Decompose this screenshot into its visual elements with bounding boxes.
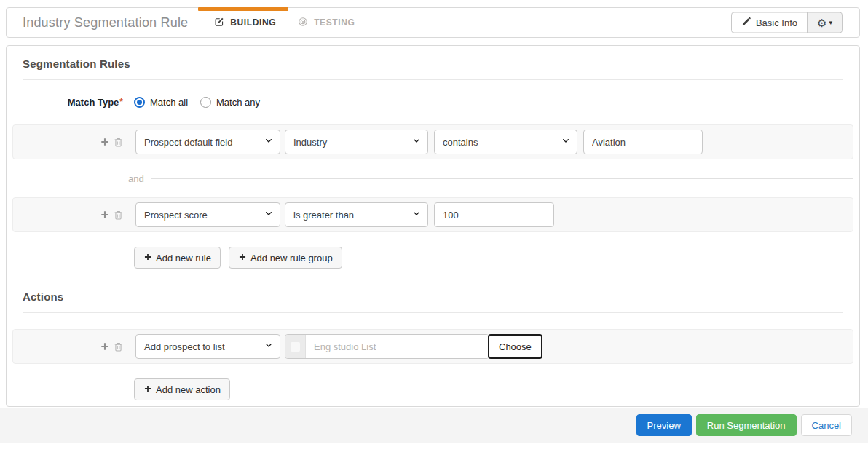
add-row-icon[interactable] <box>100 341 110 352</box>
footer-action-bar: Preview Run Segmentation Cancel <box>0 408 868 443</box>
actions-heading: Actions <box>23 290 843 313</box>
rule2-field-type-value: Prospect score <box>144 210 208 221</box>
add-row-icon[interactable] <box>100 210 110 220</box>
list-addon-icon <box>291 342 300 352</box>
radio-selected-icon[interactable] <box>134 97 145 108</box>
rule-row-2: Prospect score is greater than <box>12 197 853 232</box>
rule2-field-type-select[interactable]: Prospect score <box>135 202 280 227</box>
choose-list-button[interactable]: Choose <box>488 334 542 359</box>
gear-icon: ⚙ <box>817 17 826 28</box>
add-new-action-label: Add new action <box>156 384 221 395</box>
tab-bar: BUILDING TESTING <box>214 8 355 37</box>
connector-divider <box>151 178 853 179</box>
match-type-options: Match all Match any <box>134 97 260 108</box>
radio-unselected-icon[interactable] <box>200 97 211 108</box>
rule-builder-card: Segmentation Rules Match Type* Match all… <box>6 45 860 407</box>
add-row-icon[interactable] <box>100 137 110 147</box>
basic-info-label: Basic Info <box>756 17 797 28</box>
match-all-radio[interactable]: Match all <box>134 97 188 108</box>
settings-dropdown-button[interactable]: ⚙ ▾ <box>807 12 843 33</box>
required-asterisk: * <box>119 97 123 107</box>
rule1-field-type-value: Prospect default field <box>144 137 232 148</box>
rule2-operator-value: is greater than <box>293 210 354 221</box>
list-addon <box>285 335 306 358</box>
add-action-button-row: Add new action <box>134 378 859 400</box>
pencil-icon <box>741 17 751 28</box>
tab-building[interactable]: BUILDING <box>214 8 276 37</box>
action-row-1: Add prospect to list Choose <box>12 329 853 364</box>
chevron-down-icon <box>412 210 421 221</box>
basic-info-button[interactable]: Basic Info <box>731 12 808 33</box>
tab-building-label: BUILDING <box>230 17 276 28</box>
rule1-field-type-select[interactable]: Prospect default field <box>135 130 280 154</box>
trash-icon[interactable] <box>113 137 124 148</box>
add-new-action-button[interactable]: Add new action <box>134 378 230 400</box>
trash-icon[interactable] <box>113 341 124 352</box>
header-button-group: Basic Info ⚙ ▾ <box>731 12 843 33</box>
edit-square-icon <box>214 17 224 29</box>
rule2-value-input[interactable] <box>434 202 554 227</box>
cancel-button[interactable]: Cancel <box>801 414 852 436</box>
preview-button[interactable]: Preview <box>636 414 692 436</box>
rule-connector: and <box>12 159 853 197</box>
plus-icon <box>238 253 247 263</box>
match-type-label: Match Type* <box>7 97 123 108</box>
rule1-operator-value: contains <box>443 137 478 148</box>
rule1-field-select[interactable]: Industry <box>285 130 428 154</box>
list-picker-group <box>285 334 489 359</box>
action1-type-select[interactable]: Add prospect to list <box>135 334 280 359</box>
add-new-rule-button[interactable]: Add new rule <box>134 247 221 269</box>
chevron-down-icon <box>264 137 273 148</box>
page-title: Industry Segmentation Rule <box>23 15 188 31</box>
list-name-input[interactable] <box>306 335 489 358</box>
add-new-rule-group-button[interactable]: Add new rule group <box>229 247 342 269</box>
header-card: Industry Segmentation Rule BUILDING <box>6 7 860 38</box>
chevron-down-icon <box>264 341 273 352</box>
action-row-controls <box>100 341 124 352</box>
action1-type-value: Add prospect to list <box>144 341 225 352</box>
rule1-value-input[interactable] <box>583 130 703 154</box>
plus-icon <box>143 253 152 263</box>
add-rule-button-row: Add new rule Add new rule group <box>134 247 859 269</box>
trash-icon[interactable] <box>113 210 124 221</box>
chevron-down-icon <box>264 210 273 221</box>
rule-row-1: Prospect default field Industry contains <box>12 124 853 159</box>
rule-row-controls <box>100 210 124 221</box>
add-new-rule-label: Add new rule <box>156 253 211 263</box>
rule-row-controls <box>100 137 124 148</box>
page: Industry Segmentation Rule BUILDING <box>0 0 868 452</box>
tab-testing[interactable]: TESTING <box>298 8 355 37</box>
plus-icon <box>143 384 152 395</box>
match-any-radio[interactable]: Match any <box>200 97 260 108</box>
run-segmentation-button[interactable]: Run Segmentation <box>696 414 797 436</box>
segmentation-rules-heading: Segmentation Rules <box>23 58 843 80</box>
match-all-label: Match all <box>150 97 188 108</box>
match-type-row: Match Type* Match all Match any <box>7 97 859 108</box>
match-any-label: Match any <box>216 97 260 108</box>
connector-label: and <box>128 173 144 184</box>
chevron-down-icon <box>412 137 421 148</box>
caret-down-icon: ▾ <box>829 20 832 26</box>
tab-testing-label: TESTING <box>314 17 355 28</box>
add-new-rule-group-label: Add new rule group <box>250 253 333 263</box>
rule2-operator-select[interactable]: is greater than <box>285 202 428 227</box>
chevron-down-icon <box>561 137 570 148</box>
target-icon <box>298 17 308 29</box>
rule1-operator-select[interactable]: contains <box>434 130 577 154</box>
rule1-field-value: Industry <box>293 137 327 148</box>
